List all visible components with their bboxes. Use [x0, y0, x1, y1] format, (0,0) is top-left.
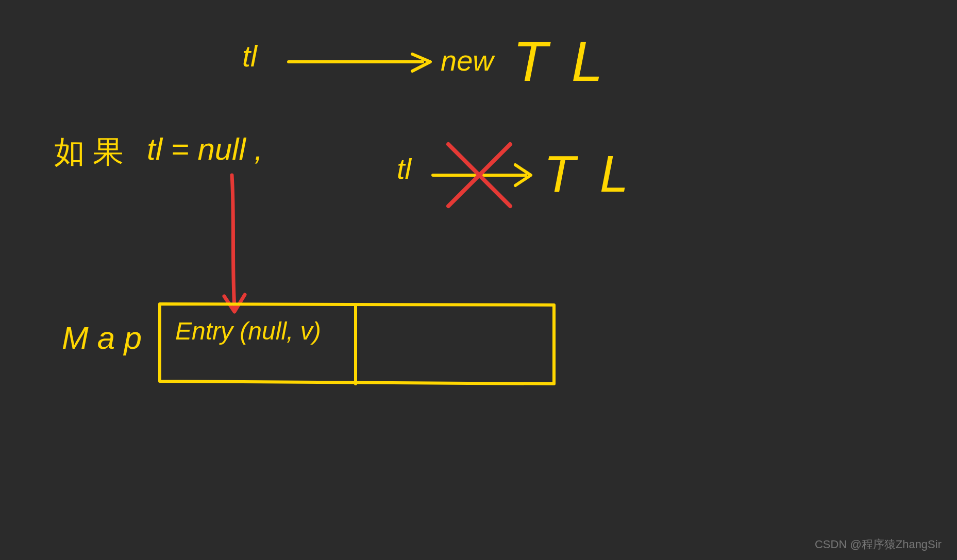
red-arrow-down-shaft — [232, 175, 234, 307]
new-label: new — [441, 44, 494, 77]
watermark-text: CSDN @程序猿ZhangSir — [815, 537, 942, 552]
tl-top-label: tl — [242, 39, 257, 73]
TL-big-mid: T L — [544, 144, 633, 203]
TL-big-top: T L — [513, 28, 607, 94]
condition-expr: tl = null , — [147, 131, 263, 167]
map-label: M a p — [62, 319, 142, 356]
map-entry-text: Entry (null, v) — [175, 317, 321, 345]
tl-mid-label: tl — [397, 152, 411, 185]
condition-prefix-cn: 如 果 — [54, 131, 124, 173]
diagram-canvas: new TL --> — [0, 0, 957, 560]
